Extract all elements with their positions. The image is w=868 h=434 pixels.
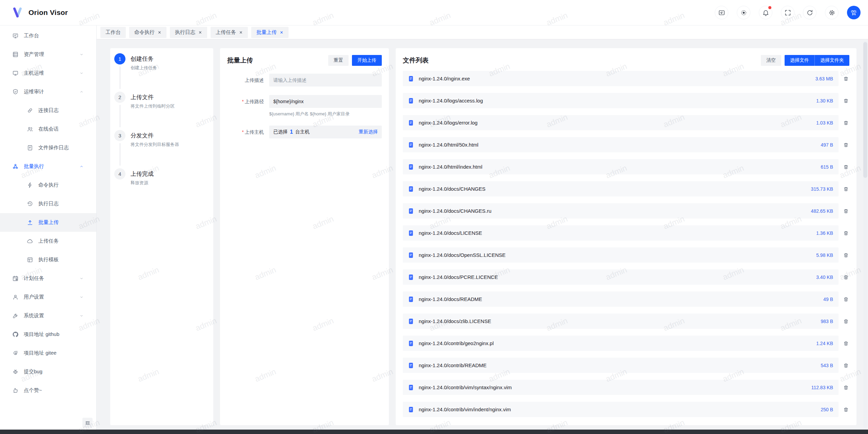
tab-upload-task[interactable]: 上传任务 <box>211 27 248 38</box>
file-icon <box>408 97 414 104</box>
sidebar-item-asset-management[interactable]: 资产管理 <box>0 45 96 64</box>
file-row: nginx-1.24.0/contrib/vim/syntax/nginx.vi… <box>403 380 852 395</box>
sidebar-item-execution-template[interactable]: 执行模板 <box>0 250 96 269</box>
trash-icon <box>843 407 849 412</box>
sidebar-item-upload-task[interactable]: 上传任务 <box>0 232 96 250</box>
sidebar-item-connection-log[interactable]: 连接日志 <box>0 101 96 120</box>
delete-file-button[interactable] <box>840 382 852 393</box>
file-name: nginx-1.24.0/docs/CHANGES.ru <box>419 208 807 214</box>
file-row-body: nginx-1.24.0/contrib/README543 B <box>403 358 839 373</box>
code-button[interactable] <box>715 6 728 19</box>
required-asterisk: * <box>242 129 244 135</box>
file-row-body: nginx-1.24.0/docs/zlib.LICENSE983 B <box>403 314 839 329</box>
sidebar-item-workbench[interactable]: 工作台 <box>0 26 96 45</box>
step-desc: 将文件分发到目标服务器 <box>131 141 179 148</box>
select-folder-button[interactable]: 选择文件夹 <box>814 55 849 66</box>
collapse-sidebar-button[interactable] <box>82 418 93 428</box>
tab-batch-upload[interactable]: 批量上传 <box>251 27 289 38</box>
vertical-scrollbar[interactable] <box>863 41 867 428</box>
tab-command-execution[interactable]: 命令执行 <box>129 27 166 38</box>
sidebar-item-batch-upload[interactable]: 批量上传 <box>0 213 96 232</box>
delete-file-button[interactable] <box>840 338 852 349</box>
file-icon <box>408 164 414 170</box>
clear-files-button[interactable]: 清空 <box>761 55 781 66</box>
delete-file-button[interactable] <box>840 294 852 305</box>
delete-file-button[interactable] <box>840 73 852 84</box>
main-content: 1创建任务创建上传任务2上传文件将文件上传到临时分区3分发文件将文件分发到目标服… <box>97 39 868 430</box>
delete-file-button[interactable] <box>840 271 852 283</box>
reselect-hosts-link[interactable]: 重新选择 <box>359 129 378 135</box>
delete-file-button[interactable] <box>840 316 852 327</box>
delete-file-button[interactable] <box>840 205 852 217</box>
refresh-button[interactable] <box>803 6 816 19</box>
delete-file-button[interactable] <box>840 183 852 195</box>
sidebar-item-ops-audit[interactable]: 运维审计 <box>0 82 96 101</box>
delete-file-button[interactable] <box>840 404 852 415</box>
sidebar-item-batch-execution[interactable]: 批量执行 <box>0 157 96 176</box>
close-icon[interactable] <box>280 31 283 34</box>
file-icon <box>408 406 414 413</box>
file-icon <box>408 384 414 391</box>
trash-icon <box>843 275 849 280</box>
delete-file-button[interactable] <box>840 360 852 371</box>
step-title: 创建任务 <box>131 54 157 63</box>
sidebar-item-online-session[interactable]: 在线会话 <box>0 120 96 138</box>
sidebar-item-command-execution[interactable]: 命令执行 <box>0 176 96 194</box>
sidebar-item-give-like[interactable]: 点个赞~ <box>0 381 96 400</box>
sidebar-item-host-ops[interactable]: 主机运维 <box>0 64 96 82</box>
tab-label: 上传任务 <box>216 29 236 36</box>
sidebar-item-label: 执行模板 <box>38 257 59 263</box>
fullscreen-button[interactable] <box>781 6 794 19</box>
close-icon[interactable] <box>198 31 202 34</box>
scrollbar-thumb[interactable] <box>863 42 867 178</box>
file-icon <box>408 274 414 281</box>
trash-icon <box>843 230 849 236</box>
sidebar-item-scheduled-task[interactable]: 计划任务 <box>0 269 96 288</box>
trash-icon <box>843 120 849 126</box>
reset-button[interactable]: 重置 <box>328 55 349 66</box>
step-desc: 释放资源 <box>131 180 154 186</box>
upload-desc-input[interactable] <box>269 74 382 87</box>
sidebar-item-submit-bug[interactable]: 提交bug <box>0 362 96 381</box>
delete-file-button[interactable] <box>840 161 852 173</box>
file-icon <box>408 208 414 214</box>
sidebar-item-label: 项目地址 github <box>24 331 59 338</box>
close-icon[interactable] <box>158 31 161 34</box>
sidebar-item-project-github[interactable]: 项目地址 github <box>0 325 96 344</box>
delete-file-button[interactable] <box>840 95 852 107</box>
users-icon <box>27 126 33 132</box>
sidebar-item-user-settings[interactable]: 用户设置 <box>0 288 96 306</box>
sidebar-item-system-settings[interactable]: 系统设置 <box>0 306 96 325</box>
select-file-button[interactable]: 选择文件 <box>785 55 814 66</box>
file-size: 3.40 KB <box>816 275 833 280</box>
file-row-body: nginx-1.24.0/docs/LICENSE1.36 KB <box>403 225 839 241</box>
sidebar-item-execution-log[interactable]: 执行日志 <box>0 194 96 213</box>
upload-path-input[interactable] <box>269 95 382 108</box>
file-name: nginx-1.24.0/html/50x.html <box>419 142 816 148</box>
file-text-icon <box>27 145 33 151</box>
delete-file-button[interactable] <box>840 249 852 261</box>
github-icon <box>12 331 19 338</box>
upload-hosts-row: *上传主机 已选择 1 台主机 重新选择 <box>227 126 382 138</box>
start-upload-button[interactable]: 开始上传 <box>352 55 382 66</box>
wrench-icon <box>12 313 19 319</box>
delete-file-button[interactable] <box>840 117 852 129</box>
template-icon <box>27 257 33 263</box>
delete-file-button[interactable] <box>840 139 852 151</box>
delete-file-button[interactable] <box>840 227 852 239</box>
notifications-button[interactable] <box>759 6 772 19</box>
sidebar-item-file-operation-log[interactable]: 文件操作日志 <box>0 138 96 157</box>
file-icon <box>408 230 414 237</box>
tab-workbench[interactable]: 工作台 <box>100 27 126 38</box>
tab-execution-log[interactable]: 执行日志 <box>170 27 207 38</box>
file-list-title: 文件列表 <box>403 56 429 65</box>
close-icon[interactable] <box>239 31 243 34</box>
sidebar-item-project-gitee[interactable]: 项目地址 gitee <box>0 344 96 362</box>
theme-button[interactable] <box>737 6 750 19</box>
user-avatar[interactable]: 管 <box>847 6 861 19</box>
settings-button[interactable] <box>825 6 839 19</box>
selected-hosts-count: 1 <box>290 129 293 135</box>
file-name: nginx-1.24.0/docs/PCRE.LICENCE <box>419 274 812 280</box>
file-name: nginx-1.24.0/docs/OpenSSL.LICENSE <box>419 252 812 258</box>
sidebar-item-label: 系统设置 <box>24 313 44 319</box>
